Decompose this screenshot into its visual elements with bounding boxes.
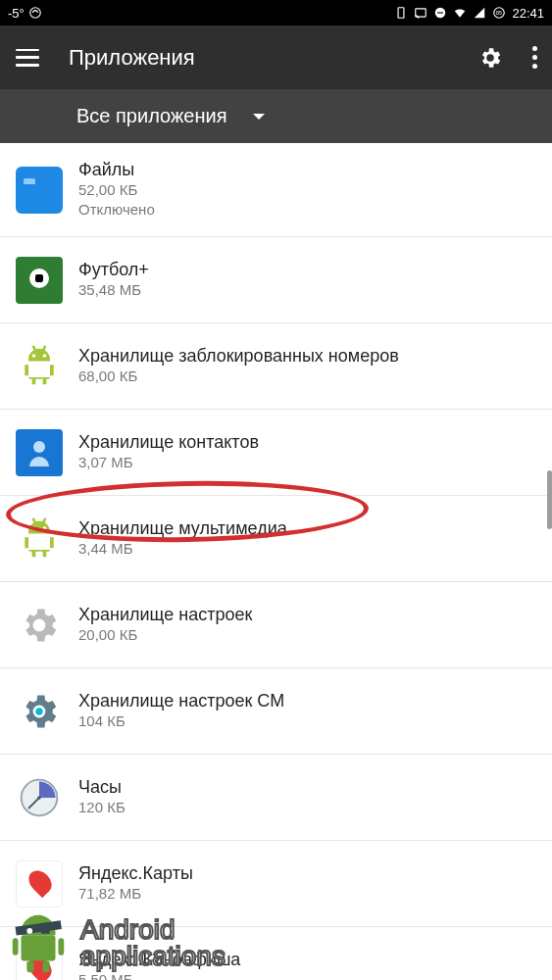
- status-bar: -5° 85 22:41: [0, 0, 552, 25]
- battery-icon: 85: [492, 6, 506, 20]
- scrollbar-thumb[interactable]: [547, 470, 552, 529]
- svg-text:85: 85: [497, 10, 503, 16]
- list-item[interactable]: Файлы 52,00 КБ Отключено: [0, 143, 552, 237]
- list-item[interactable]: Хранилище настроек CM 104 КБ: [0, 668, 552, 755]
- overflow-icon[interactable]: [528, 42, 536, 73]
- svg-point-10: [43, 526, 47, 530]
- app-size: 5,50 МБ: [78, 970, 240, 980]
- clock-label: 22:41: [512, 6, 544, 21]
- cast-icon: [414, 6, 427, 20]
- contacts-icon: [16, 429, 63, 476]
- temperature-label: -5°: [8, 6, 25, 21]
- svg-point-13: [37, 796, 41, 800]
- app-title: Хранилище заблокированных номеров: [78, 346, 399, 367]
- yandex-kino-icon: [16, 947, 63, 981]
- svg-point-9: [32, 526, 36, 530]
- app-toolbar: Приложения: [0, 25, 552, 89]
- svg-point-8: [43, 354, 47, 358]
- list-item[interactable]: Хранилище настроек 20,00 КБ: [0, 582, 552, 668]
- svg-point-7: [32, 354, 36, 358]
- list-item[interactable]: Хранилище заблокированных номеров 68,00 …: [0, 323, 552, 410]
- app-title: Хранилище контактов: [78, 432, 259, 453]
- list-item[interactable]: Хранилище мультимедиа 3,44 МБ: [0, 496, 552, 582]
- app-list: Файлы 52,00 КБ Отключено Футбол+ 35,48 М…: [0, 143, 552, 980]
- files-icon: [16, 167, 63, 214]
- filter-label: Все приложения: [76, 105, 227, 127]
- gear-cm-icon: [16, 688, 63, 735]
- app-title: Файлы: [78, 160, 155, 180]
- app-size: 104 КБ: [78, 711, 284, 731]
- filter-dropdown[interactable]: Все приложения: [0, 89, 552, 143]
- settings-icon[interactable]: [477, 45, 503, 71]
- app-title: Хранилище мультимедиа: [78, 518, 287, 539]
- yandex-maps-icon: [16, 860, 63, 907]
- gear-icon: [16, 602, 63, 649]
- list-item[interactable]: Яндекс.Карты 71,82 МБ: [0, 841, 552, 927]
- app-status: Отключено: [78, 200, 155, 220]
- football-icon: [16, 257, 63, 304]
- app-title: Яндекс.Киноафиша: [78, 950, 240, 970]
- android-icon: [16, 343, 63, 390]
- sync-icon: [28, 6, 42, 20]
- app-title: Футбол+: [78, 260, 149, 280]
- list-item[interactable]: Яндекс.Киноафиша 5,50 МБ: [0, 927, 552, 980]
- app-size: 3,44 МБ: [78, 539, 287, 559]
- app-size: 3,07 МБ: [78, 453, 259, 472]
- svg-rect-1: [399, 8, 405, 19]
- svg-rect-4: [438, 12, 444, 13]
- app-size: 68,00 КБ: [78, 367, 399, 386]
- app-size: 71,82 МБ: [78, 884, 193, 904]
- menu-icon[interactable]: [16, 49, 39, 67]
- app-title: Хранилище настроек CM: [78, 691, 284, 711]
- wifi-icon: [453, 6, 467, 20]
- app-size: 35,48 МБ: [78, 280, 149, 300]
- dropdown-arrow-icon: [253, 114, 265, 120]
- list-item[interactable]: Футбол+ 35,48 МБ: [0, 237, 552, 323]
- clock-icon: [16, 774, 63, 821]
- svg-point-11: [35, 708, 42, 714]
- app-title: Хранилище настроек: [78, 605, 252, 625]
- signal-icon: [473, 6, 486, 20]
- android-icon: [16, 515, 63, 563]
- svg-point-0: [30, 8, 41, 19]
- app-title: Яндекс.Карты: [78, 863, 193, 884]
- app-size: 20,00 КБ: [78, 625, 252, 645]
- list-item[interactable]: Часы 120 КБ: [0, 755, 552, 841]
- app-title: Часы: [78, 777, 125, 798]
- app-size: 52,00 КБ: [78, 180, 155, 200]
- list-item[interactable]: Хранилище контактов 3,07 МБ: [0, 410, 552, 496]
- page-title: Приложения: [69, 45, 477, 71]
- dnd-icon: [433, 6, 447, 20]
- app-size: 120 КБ: [78, 798, 125, 817]
- portrait-icon: [394, 6, 408, 20]
